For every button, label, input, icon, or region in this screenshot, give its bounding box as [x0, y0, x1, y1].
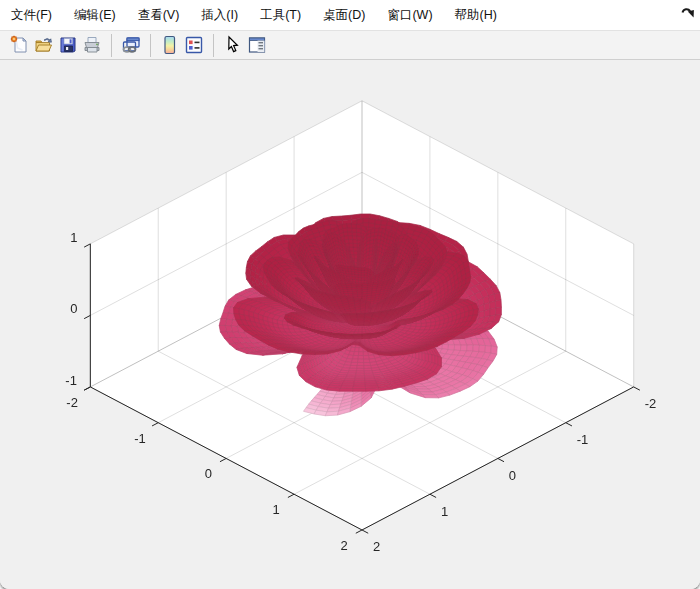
- menu-bar: 文件(F) 编辑(E) 查看(V) 插入(I) 工具(T) 桌面(D) 窗口(W…: [0, 0, 700, 31]
- matlab-figure-window: 文件(F) 编辑(E) 查看(V) 插入(I) 工具(T) 桌面(D) 窗口(W…: [0, 0, 700, 589]
- menu-insert[interactable]: 插入(I): [190, 0, 249, 30]
- y-tick-label: 0: [205, 466, 212, 481]
- axes-3d[interactable]: -2-1012210-1-2-101: [0, 61, 700, 589]
- z-tick-label: 0: [70, 301, 77, 316]
- x-tick-label: -2: [645, 396, 657, 411]
- menu-window[interactable]: 窗口(W): [376, 0, 443, 30]
- insert-legend-icon: [184, 35, 204, 55]
- figure-toolbar: [0, 31, 700, 60]
- link-plot-button[interactable]: [121, 35, 141, 55]
- menu-desktop[interactable]: 桌面(D): [312, 0, 376, 30]
- menu-edit[interactable]: 编辑(E): [63, 0, 127, 30]
- menu-help[interactable]: 帮助(H): [444, 0, 508, 30]
- link-plot-icon: [121, 35, 141, 55]
- menu-file[interactable]: 文件(F): [0, 0, 63, 30]
- print-figure-button[interactable]: [82, 35, 102, 55]
- dock-figure-icon[interactable]: [681, 6, 695, 20]
- insert-colorbar-button[interactable]: [160, 35, 180, 55]
- save-figure-icon: [58, 35, 78, 55]
- y-tick-label: -1: [134, 431, 146, 446]
- y-tick-label: 1: [273, 502, 280, 517]
- toolbar-separator: [213, 34, 214, 57]
- new-figure-icon: [10, 35, 30, 55]
- open-file-icon: [34, 35, 54, 55]
- z-tick-label: 1: [70, 230, 77, 245]
- x-tick-label: 1: [441, 504, 448, 519]
- property-inspector-button[interactable]: [247, 35, 267, 55]
- y-tick-label: 2: [341, 538, 348, 553]
- x-tick-label: 0: [509, 468, 516, 483]
- toolbar-separator: [111, 34, 112, 57]
- rose-surface-plot[interactable]: [0, 61, 700, 589]
- edit-plot-icon: [223, 35, 243, 55]
- print-figure-icon: [82, 35, 102, 55]
- insert-legend-button[interactable]: [184, 35, 204, 55]
- new-figure-button[interactable]: [10, 35, 30, 55]
- menu-tools[interactable]: 工具(T): [249, 0, 312, 30]
- property-inspector-icon: [247, 35, 267, 55]
- x-tick-label: -1: [577, 432, 589, 447]
- z-tick-label: -1: [65, 373, 77, 388]
- y-tick-label: -2: [66, 395, 78, 410]
- toolbar-separator: [150, 34, 151, 57]
- save-figure-button[interactable]: [58, 35, 78, 55]
- x-tick-label: 2: [373, 539, 380, 554]
- menu-view[interactable]: 查看(V): [127, 0, 191, 30]
- dock-arrow-glyph: [681, 6, 695, 20]
- edit-plot-button[interactable]: [223, 35, 243, 55]
- insert-colorbar-icon: [160, 35, 180, 55]
- open-file-button[interactable]: [34, 35, 54, 55]
